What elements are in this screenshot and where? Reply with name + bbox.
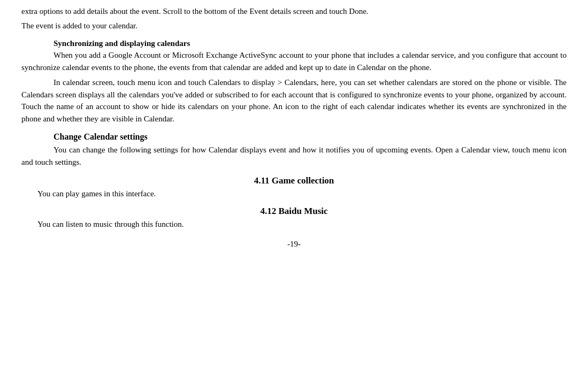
para2: The event is added to your calendar.: [21, 20, 567, 32]
para3: When you add a Google Account or Microso…: [21, 49, 567, 73]
para1: extra options to add details about the e…: [21, 5, 567, 18]
section411-body: You can play games in this interface.: [21, 189, 567, 198]
section-412: 4.12 Baidu Music You can listen to music…: [21, 206, 567, 229]
change-heading: Change Calendar settings: [21, 132, 567, 142]
page-number: -19-: [21, 240, 567, 249]
para5: You can change the following settings fo…: [21, 144, 567, 168]
section412-body: You can listen to music through this fun…: [21, 220, 567, 229]
change-section: Change Calendar settings You can change …: [21, 132, 567, 168]
sync-section: Synchronizing and displaying calendars W…: [21, 39, 567, 73]
para4: In calendar screen, touch menu icon and …: [21, 76, 567, 125]
section412-title: 4.12 Baidu Music: [21, 206, 567, 217]
section411-title: 4.11 Game collection: [21, 175, 567, 186]
page-container: extra options to add details about the e…: [0, 0, 588, 391]
section-411: 4.11 Game collection You can play games …: [21, 175, 567, 198]
sync-heading: Synchronizing and displaying calendars: [21, 39, 567, 48]
